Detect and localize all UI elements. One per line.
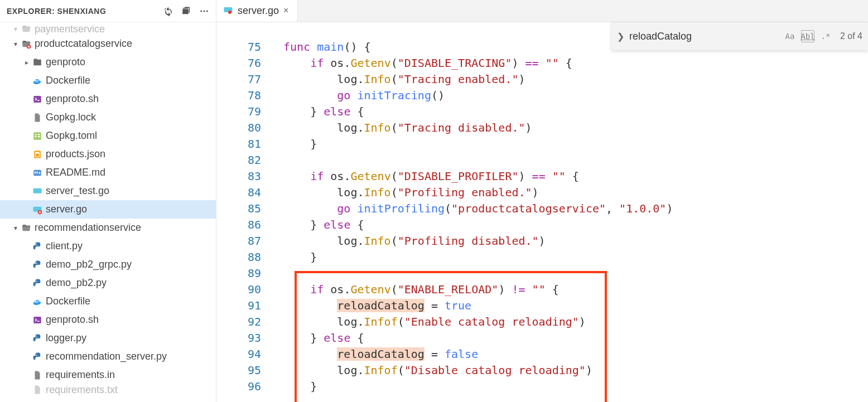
close-tab-icon[interactable]: × xyxy=(283,6,288,16)
tree-file[interactable]: ▸demo_pb2.py xyxy=(0,274,216,292)
code-token: else xyxy=(324,218,350,231)
tree-item-label: server.go xyxy=(46,204,87,215)
tree-folder[interactable]: ▾paymentservice xyxy=(0,23,216,35)
line-number: 88 xyxy=(216,249,261,265)
code-area[interactable]: func main() { if os.Getenv("DISABLE_TRAC… xyxy=(272,22,868,402)
code-line[interactable]: log.Info("Tracing disabled.") xyxy=(272,120,868,136)
tree-file[interactable]: ▸server.go xyxy=(0,200,216,219)
tree-folder[interactable]: ▸genproto xyxy=(0,53,216,71)
code-token: "Tracing disabled." xyxy=(398,121,525,134)
tree-file[interactable]: ▸genproto.sh xyxy=(0,90,216,108)
collapse-all-icon[interactable] xyxy=(181,6,191,16)
code-token: if xyxy=(310,169,324,183)
tree-item-label: requirements.in xyxy=(46,369,115,381)
line-number: 95 xyxy=(216,362,261,379)
tree-file[interactable]: ▸requirements.txt xyxy=(0,384,216,395)
tree-folder[interactable]: ▾recommendationservice xyxy=(0,219,216,237)
code-line[interactable]: if os.Getenv("ENABLE_RELOAD") != "" { xyxy=(272,282,868,298)
code-line[interactable]: } xyxy=(272,379,868,395)
py-icon xyxy=(31,278,44,288)
refresh-icon[interactable] xyxy=(163,6,173,16)
go-icon xyxy=(31,186,44,196)
tree-file[interactable]: ▸requirements.in xyxy=(0,366,216,384)
code-line[interactable]: reloadCatalog = false xyxy=(272,346,868,362)
code-line[interactable]: go initProfiling("productcatalogservice"… xyxy=(272,201,868,217)
tree-item-label: logger.py xyxy=(46,332,86,344)
code-token: "Tracing enabled." xyxy=(398,72,519,86)
line-number: 86 xyxy=(216,217,261,233)
code-line[interactable]: reloadCatalog = true xyxy=(272,298,868,314)
twisty-icon[interactable]: ▸ xyxy=(22,59,31,66)
code-token: "" xyxy=(552,169,566,183)
tree-file[interactable]: ▸genproto.sh xyxy=(0,311,216,329)
tree-file[interactable]: ▸recommendation_server.py xyxy=(0,347,216,366)
code-line[interactable]: if os.Getenv("DISABLE_TRACING") == "" { xyxy=(272,55,868,71)
docker-icon xyxy=(31,76,44,86)
tree-item-label: paymentservice xyxy=(35,23,105,35)
tree-file[interactable]: ▸server_test.go xyxy=(0,182,216,200)
tree-file[interactable]: ▸products.json xyxy=(0,145,216,163)
tree-file[interactable]: ▸client.py xyxy=(0,237,216,255)
code-token: "productcatalogservice" xyxy=(451,202,606,215)
code-token: Info xyxy=(364,234,391,248)
code-line[interactable] xyxy=(272,265,868,282)
svg-point-21 xyxy=(36,335,37,336)
code-line[interactable] xyxy=(272,152,868,168)
line-number: 89 xyxy=(216,265,261,282)
code-token: Getenv xyxy=(350,283,390,296)
py-icon xyxy=(31,241,44,251)
file-icon xyxy=(31,370,44,380)
tree-file[interactable]: ▸README.md xyxy=(0,163,216,182)
tree-item-label: Dockerfile xyxy=(46,75,90,86)
tree-item-label: productcatalogservice xyxy=(35,38,132,50)
twisty-icon[interactable]: ▾ xyxy=(11,25,20,33)
line-number: 79 xyxy=(216,104,261,120)
twisty-icon[interactable]: ▾ xyxy=(11,224,20,232)
code-line[interactable]: if os.Getenv("DISABLE_PROFILER") == "" { xyxy=(272,168,868,185)
svg-rect-8 xyxy=(35,136,37,137)
code-line[interactable]: log.Infof("Disable catalog reloading") xyxy=(272,362,868,379)
code-line[interactable]: log.Infof("Enable catalog reloading") xyxy=(272,314,868,330)
code-line[interactable]: log.Info("Tracing enabled.") xyxy=(272,71,868,88)
line-number: 82 xyxy=(216,152,261,168)
tree-item-label: README.md xyxy=(46,167,105,178)
code-line[interactable]: } else { xyxy=(272,330,868,346)
tab-server-go[interactable]: server.go × xyxy=(216,0,298,22)
code-line[interactable]: log.Info("Profiling enabled.") xyxy=(272,185,868,201)
tree-file[interactable]: ▸Dockerfile xyxy=(0,292,216,311)
code-token: Info xyxy=(364,72,391,86)
code-line[interactable]: go initTracing() xyxy=(272,88,868,104)
tree-item-label: demo_pb2_grpc.py xyxy=(46,259,132,270)
line-number: 76 xyxy=(216,55,261,71)
twisty-icon[interactable]: ▾ xyxy=(11,40,20,48)
tab-label: server.go xyxy=(238,5,279,17)
explorer-sidebar: EXPLORER: SHENXIANG ▾paymentservice▾prod… xyxy=(0,0,216,402)
code-line[interactable]: func main() { xyxy=(272,39,868,55)
more-icon[interactable] xyxy=(199,6,209,16)
tree-file[interactable]: ▸Dockerfile xyxy=(0,71,216,90)
tree-file[interactable]: ▸demo_pb2_grpc.py xyxy=(0,255,216,274)
code-line[interactable]: } else { xyxy=(272,104,868,120)
file-tree[interactable]: ▾paymentservice▾productcatalogservice▸ge… xyxy=(0,22,216,402)
sh-icon xyxy=(31,94,44,104)
svg-rect-7 xyxy=(35,134,37,135)
line-number: 92 xyxy=(216,314,261,330)
tree-file[interactable]: ▸Gopkg.lock xyxy=(0,108,216,127)
line-number: 91 xyxy=(216,298,261,314)
code-token: "DISABLE_PROFILER" xyxy=(398,169,519,183)
line-number: 96 xyxy=(216,379,261,395)
code-editor[interactable]: 7576777879808182838485868788899091929394… xyxy=(216,22,868,402)
code-token: Getenv xyxy=(350,56,390,70)
code-line[interactable]: } else { xyxy=(272,217,868,233)
code-token: false xyxy=(445,347,478,361)
code-line[interactable]: log.Info("Profiling disabled.") xyxy=(272,233,868,249)
code-line[interactable]: } xyxy=(272,136,868,152)
tree-file[interactable]: ▸logger.py xyxy=(0,329,216,347)
tree-file[interactable]: ▸Gopkg.toml xyxy=(0,127,216,145)
code-line[interactable]: } xyxy=(272,249,868,265)
line-number: 94 xyxy=(216,346,261,362)
tree-folder[interactable]: ▾productcatalogservice xyxy=(0,35,216,53)
line-number: 78 xyxy=(216,88,261,104)
code-token: if xyxy=(310,283,324,296)
code-token: Getenv xyxy=(350,169,390,183)
